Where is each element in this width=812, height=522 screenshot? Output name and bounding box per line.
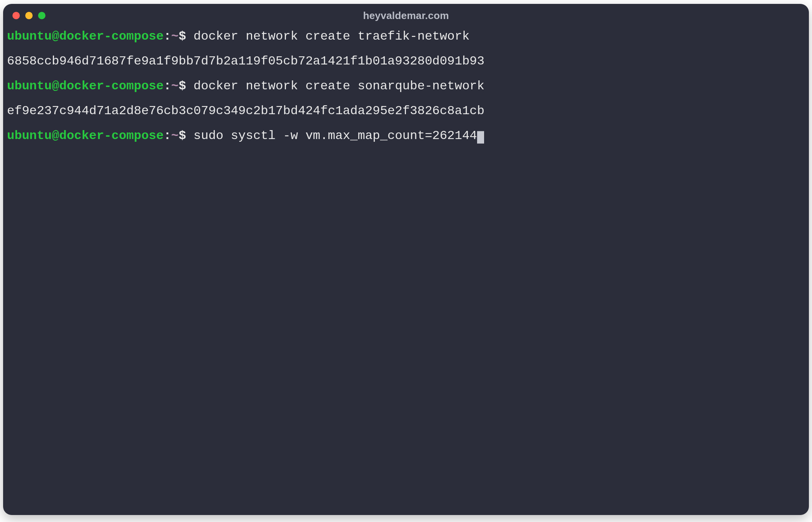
prompt-at: @ bbox=[52, 129, 59, 143]
prompt-path: ~ bbox=[171, 129, 178, 143]
prompt-symbol: $ bbox=[179, 29, 186, 44]
prompt-host: docker-compose bbox=[59, 29, 164, 44]
prompt-colon: : bbox=[164, 79, 171, 93]
output-line: ef9e237c944d71a2d8e76cb3c079c349c2b17bd4… bbox=[7, 105, 805, 117]
command: docker network create sonarqube-network bbox=[193, 79, 484, 93]
close-icon[interactable] bbox=[12, 12, 20, 19]
command-text: docker network create traefik-network bbox=[186, 29, 470, 44]
command: docker network create traefik-network bbox=[193, 29, 470, 44]
traffic-lights bbox=[12, 12, 45, 19]
terminal-line: ubuntu@docker-compose:~$ docker network … bbox=[7, 80, 805, 92]
prompt-colon: : bbox=[164, 129, 171, 143]
prompt-colon: : bbox=[164, 29, 171, 44]
window-title: heyvaldemar.com bbox=[363, 10, 449, 22]
prompt-at: @ bbox=[52, 79, 59, 93]
command-text: sudo sysctl -w vm.max_map_count=262144 bbox=[186, 129, 477, 143]
prompt-symbol: $ bbox=[179, 129, 186, 143]
terminal-window: heyvaldemar.com ubuntu@docker-compose:~$… bbox=[3, 4, 809, 515]
terminal-body[interactable]: ubuntu@docker-compose:~$ docker network … bbox=[3, 27, 809, 515]
prompt-symbol: $ bbox=[179, 79, 186, 93]
prompt-host: docker-compose bbox=[59, 79, 164, 93]
titlebar: heyvaldemar.com bbox=[3, 4, 809, 27]
zoom-icon[interactable] bbox=[38, 12, 45, 19]
minimize-icon[interactable] bbox=[25, 12, 33, 19]
prompt-user: ubuntu bbox=[7, 129, 52, 143]
prompt-path: ~ bbox=[171, 79, 178, 93]
command: sudo sysctl -w vm.max_map_count=262144 bbox=[193, 129, 477, 143]
prompt-at: @ bbox=[52, 29, 59, 44]
cursor-icon bbox=[477, 131, 484, 144]
prompt-user: ubuntu bbox=[7, 29, 52, 44]
terminal-line: ubuntu@docker-compose:~$ sudo sysctl -w … bbox=[7, 130, 805, 143]
prompt-user: ubuntu bbox=[7, 79, 52, 93]
terminal-line: ubuntu@docker-compose:~$ docker network … bbox=[7, 30, 805, 43]
prompt-host: docker-compose bbox=[59, 129, 164, 143]
output-line: 6858ccb946d71687fe9a1f9bb7d7b2a119f05cb7… bbox=[7, 55, 805, 68]
command-text: docker network create sonarqube-network bbox=[186, 79, 484, 93]
prompt-path: ~ bbox=[171, 29, 178, 44]
